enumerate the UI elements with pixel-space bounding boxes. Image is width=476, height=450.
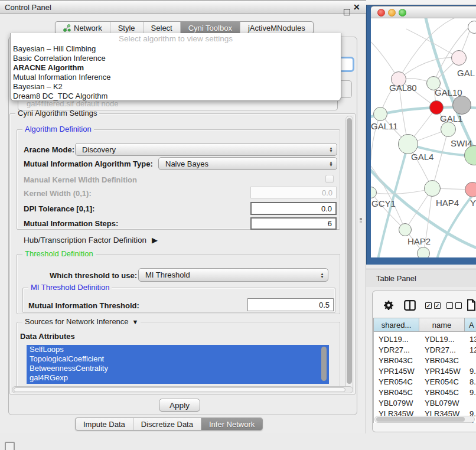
- which-threshold-combo[interactable]: MI Threshold ▲▼: [138, 268, 328, 282]
- stepper-arrows-icon: ▲▼: [327, 161, 337, 167]
- network-canvas[interactable]: GAL GAL80 GAL10 GAL1 GAL11 GAL4 SWI4 GCY…: [371, 18, 476, 257]
- network-node[interactable]: [373, 107, 387, 121]
- table-toolbar: ✓✓: [372, 297, 476, 315]
- algorithm-option-label: ARACNE Algorithm: [13, 63, 84, 72]
- algorithm-option-highlighted[interactable]: ARACNE Algorithm: [11, 63, 341, 73]
- table-column-header[interactable]: name: [419, 318, 465, 332]
- table-row[interactable]: YPR145WYPR145W9.: [374, 366, 476, 376]
- network-node[interactable]: [417, 247, 430, 257]
- list-item[interactable]: TopologicalCoefficient: [27, 354, 329, 364]
- algorithm-option[interactable]: Dream8 DC_TDC Algorithm: [11, 92, 341, 101]
- list-item[interactable]: SelfLoops: [27, 345, 329, 354]
- apply-button[interactable]: Apply: [159, 399, 200, 412]
- tab-impute-data-label: Impute Data: [83, 420, 125, 429]
- traffic-light-green[interactable]: [399, 9, 406, 17]
- algorithm-option[interactable]: Bayesian – K2: [11, 82, 341, 92]
- panel-splitter-handle[interactable]: [360, 218, 363, 223]
- tab-infer-network[interactable]: Infer Network: [201, 418, 262, 430]
- network-node[interactable]: [441, 122, 456, 137]
- table-row[interactable]: YBR043CYBR043C: [374, 355, 476, 366]
- table-row[interactable]: YER054CYER054C8.: [374, 376, 476, 387]
- tab-infer-network-label: Infer Network: [209, 420, 255, 429]
- mi-algorithm-type-combo[interactable]: Naive Bayes ▲▼: [158, 157, 337, 170]
- mi-threshold-value: 0.5: [319, 301, 330, 309]
- mi-algorithm-type-value: Naive Bayes: [165, 159, 208, 168]
- tab-discretize-data[interactable]: Discretize Data: [133, 418, 201, 430]
- network-window-titlebar[interactable]: [371, 6, 476, 18]
- hub-section-expander[interactable]: Hub/Transcription Factor Definition ▶: [24, 236, 158, 244]
- mi-steps-field[interactable]: 6: [250, 217, 337, 230]
- table-hscrollbar[interactable]: [374, 416, 475, 423]
- table-row[interactable]: YDR27...YDR27...12.: [374, 344, 476, 355]
- checkbox-checked-icon[interactable]: ✓✓: [425, 302, 441, 309]
- settings-scrollbar[interactable]: [345, 116, 353, 391]
- minimized-panel-icon[interactable]: [5, 442, 15, 450]
- close-icon[interactable]: ✕: [353, 2, 360, 12]
- gear-icon[interactable]: [383, 299, 395, 313]
- mi-threshold-group-title: MI Threshold Definition: [28, 283, 112, 292]
- network-node[interactable]: [465, 182, 476, 197]
- node-label: GCY1: [371, 198, 396, 208]
- list-item[interactable]: gal4RGexp: [27, 373, 329, 383]
- table-column-header[interactable]: shared...: [373, 318, 419, 332]
- dpi-tolerance-field[interactable]: 0.0: [250, 202, 337, 215]
- settings-scrollbar-thumb[interactable]: [347, 118, 352, 384]
- node-label: GAL1: [440, 113, 462, 123]
- table-row[interactable]: YBL079WYBL079W: [374, 397, 476, 408]
- control-panel-title: Control Panel: [5, 3, 51, 12]
- tab-jactivemnodules-label: jActiveMNodules: [248, 24, 305, 32]
- traffic-light-red[interactable]: [377, 9, 385, 17]
- tab-network[interactable]: Network: [56, 22, 110, 34]
- algorithm-option[interactable]: Bayesian – Hill Climbing: [11, 44, 341, 54]
- network-node[interactable]: [398, 134, 418, 154]
- algorithm-option-label: Mutual Information Inference: [13, 73, 110, 81]
- list-scrollbar-thumb[interactable]: [321, 347, 327, 381]
- list-item[interactable]: BetweennessCentrality: [27, 364, 329, 373]
- table-row[interactable]: YBR045CYBR045C9.: [374, 387, 476, 397]
- control-panel-tabbar: Network Style Select Cyni Toolbox jActiv…: [55, 21, 314, 34]
- kernel-width-value: 0.0: [322, 188, 332, 197]
- aracne-mode-value: Discovery: [82, 145, 116, 154]
- tab-style[interactable]: Style: [110, 22, 143, 34]
- table-rows: YDL19...YDL19...13. YDR27...YDR27...12. …: [373, 332, 476, 423]
- manual-kernel-checkbox[interactable]: [325, 175, 334, 183]
- network-node[interactable]: [399, 223, 412, 236]
- split-view-icon[interactable]: [404, 300, 416, 312]
- traffic-light-yellow[interactable]: [388, 9, 396, 17]
- cyni-bottom-tabbar: Impute Data Discretize Data Infer Networ…: [75, 418, 263, 431]
- document-icon[interactable]: [467, 299, 476, 313]
- tab-style-label: Style: [118, 24, 135, 32]
- column-header-label: A: [469, 321, 474, 330]
- which-threshold-label: Which threshold to use:: [50, 271, 137, 280]
- tab-select[interactable]: Select: [143, 22, 180, 34]
- node-label: HAP4: [436, 198, 459, 208]
- algorithm-option[interactable]: Mutual Information Inference: [11, 73, 341, 82]
- tab-cyni-toolbox[interactable]: Cyni Toolbox: [180, 22, 240, 34]
- checkbox-unchecked-icon[interactable]: [446, 302, 462, 309]
- tab-impute-data[interactable]: Impute Data: [76, 418, 133, 430]
- mi-threshold-field[interactable]: 0.5: [247, 298, 334, 311]
- tab-jactivemnodules[interactable]: jActiveMNodules: [240, 22, 313, 34]
- table-panel-title: Table Panel: [376, 274, 416, 283]
- network-node[interactable]: [424, 180, 441, 197]
- network-node-selected[interactable]: [429, 100, 444, 115]
- table-column-header[interactable]: A: [464, 318, 476, 332]
- tab-network-label: Network: [74, 24, 102, 32]
- node-label: Y: [470, 198, 476, 208]
- settings-hscrollbar[interactable]: [12, 386, 353, 393]
- kernel-width-field: 0.0: [250, 187, 337, 198]
- dpi-tolerance-value: 0.0: [321, 204, 332, 213]
- settings-hscrollbar-thumb[interactable]: [14, 387, 345, 392]
- float-window-icon[interactable]: [344, 9, 350, 15]
- table-row[interactable]: YDL19...YDL19...13.: [374, 334, 476, 344]
- aracne-mode-combo[interactable]: Discovery ▲▼: [75, 143, 337, 156]
- network-node[interactable]: [451, 50, 467, 66]
- network-node[interactable]: [452, 96, 471, 115]
- table-hscrollbar-thumb[interactable]: [376, 417, 465, 422]
- which-threshold-value: MI Threshold: [145, 270, 190, 279]
- sources-group-title[interactable]: Sources for Network Inference ▼: [22, 318, 141, 326]
- apply-button-label: Apply: [169, 401, 190, 410]
- aracne-mode-label: Aracne Mode:: [24, 145, 74, 154]
- algorithm-option[interactable]: Basic Correlation Inference: [11, 54, 341, 63]
- stepper-arrows-icon: ▲▼: [318, 272, 328, 278]
